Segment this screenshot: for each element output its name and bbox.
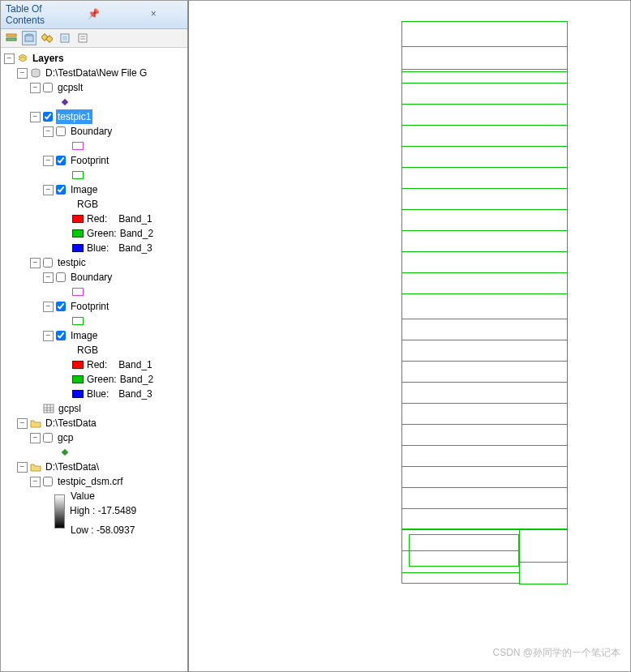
expand-icon[interactable]: −: [43, 302, 54, 312]
band3: Band_3: [118, 241, 152, 255]
green-swatch: [72, 229, 84, 238]
boundary-symbol: [72, 288, 84, 296]
band1: Band_1: [118, 357, 152, 372]
layers-icon: [17, 53, 28, 64]
image-label[interactable]: Image: [69, 182, 99, 197]
expand-icon[interactable]: −: [17, 418, 28, 429]
layer-checkbox[interactable]: [43, 258, 53, 268]
layer-checkbox[interactable]: [56, 302, 66, 311]
layer-checkbox[interactable]: [56, 331, 66, 340]
layer-checkbox[interactable]: [43, 433, 53, 443]
green-label: Green:: [87, 226, 117, 241]
datasource-1[interactable]: D:\TestData\New File G: [44, 66, 148, 80]
stretch-ramp: [54, 494, 65, 529]
list-by-selection-button[interactable]: [58, 31, 72, 45]
low-label: Low : -58.0937: [71, 523, 135, 537]
footprint-symbol: [72, 317, 84, 325]
layer-checkbox[interactable]: [43, 83, 53, 92]
svg-rect-3: [25, 36, 33, 41]
expand-icon[interactable]: −: [30, 83, 41, 93]
red-swatch: [72, 215, 84, 223]
point-symbol: [62, 449, 68, 456]
toc-toolbar: [1, 29, 187, 48]
expand-icon[interactable]: −: [4, 54, 15, 64]
svg-rect-12: [44, 404, 54, 413]
expand-icon[interactable]: −: [30, 433, 41, 443]
list-by-drawing-order-button[interactable]: [4, 31, 19, 45]
rgb-label: RGB: [75, 197, 100, 212]
layer-gcp[interactable]: gcp: [56, 430, 75, 445]
band1: Band_1: [118, 212, 152, 226]
list-by-source-button[interactable]: [22, 31, 36, 45]
red-swatch: [72, 361, 84, 369]
blue-label: Blue:: [87, 241, 109, 255]
red-label: Red:: [87, 212, 107, 226]
options-button[interactable]: [75, 31, 90, 45]
layer-dsm[interactable]: testpic_dsm.crf: [56, 474, 125, 489]
point-symbol: [62, 99, 68, 105]
boundary-symbol: [72, 142, 84, 150]
map-view[interactable]: CSDN @孙同学的一个笔记本: [189, 1, 630, 671]
svg-rect-1: [6, 38, 16, 41]
footprint-label[interactable]: Footprint: [69, 299, 110, 314]
datasource-2[interactable]: D:\TestData: [44, 416, 98, 430]
red-label: Red:: [87, 357, 107, 372]
toc-panel: Table Of Contents 📌 × −Layers −D:\TestDa…: [1, 1, 189, 671]
table-gcpsl[interactable]: gcpsl: [57, 401, 83, 416]
green-swatch: [72, 375, 84, 383]
footprint-tiles: [401, 22, 568, 584]
datasource-3[interactable]: D:\TestData\: [44, 460, 101, 474]
high-label: High : -17.5489: [70, 503, 136, 518]
blue-swatch: [72, 244, 84, 252]
pin-icon[interactable]: 📌: [65, 9, 122, 20]
layer-gcpslt[interactable]: gcpslt: [56, 80, 84, 95]
expand-icon[interactable]: −: [17, 68, 28, 79]
boundary-label[interactable]: Boundary: [69, 270, 114, 285]
green-label: Green:: [87, 372, 117, 387]
expand-icon[interactable]: −: [43, 331, 54, 341]
watermark: CSDN @孙同学的一个笔记本: [492, 646, 620, 660]
image-label[interactable]: Image: [69, 328, 99, 343]
expand-icon[interactable]: −: [43, 185, 54, 195]
layer-checkbox[interactable]: [56, 126, 66, 136]
layers-root[interactable]: Layers: [31, 51, 66, 66]
svg-rect-8: [79, 34, 87, 42]
footprint-label[interactable]: Footprint: [69, 153, 110, 168]
band2: Band_2: [120, 372, 153, 387]
svg-rect-0: [6, 34, 16, 36]
list-by-visibility-button[interactable]: [40, 31, 54, 45]
close-icon[interactable]: ×: [125, 9, 182, 20]
layer-checkbox[interactable]: [56, 185, 66, 195]
boundary-label[interactable]: Boundary: [69, 124, 114, 139]
band2: Band_2: [120, 226, 153, 241]
geodatabase-icon: [30, 67, 41, 79]
svg-rect-7: [62, 36, 67, 41]
layer-tree[interactable]: −Layers −D:\TestData\New File G −gcpslt …: [1, 48, 187, 671]
folder-icon: [30, 417, 41, 429]
expand-icon[interactable]: −: [43, 156, 54, 166]
layer-testpic[interactable]: testpic: [56, 255, 88, 270]
band3: Band_3: [118, 387, 152, 401]
layer-testpic1[interactable]: testpic1: [56, 109, 92, 124]
layer-checkbox[interactable]: [43, 112, 53, 122]
rgb-label: RGB: [75, 343, 100, 357]
expand-icon[interactable]: −: [43, 126, 54, 137]
layer-checkbox[interactable]: [56, 272, 66, 282]
expand-icon[interactable]: −: [30, 112, 41, 122]
panel-title: Table Of Contents: [6, 3, 63, 26]
layer-checkbox[interactable]: [43, 477, 53, 486]
expand-icon[interactable]: −: [30, 477, 41, 487]
expand-icon[interactable]: −: [17, 462, 28, 473]
panel-header[interactable]: Table Of Contents 📌 ×: [1, 1, 187, 29]
expand-icon[interactable]: −: [43, 272, 54, 283]
table-icon: [43, 403, 54, 414]
value-label: Value: [69, 489, 97, 503]
layer-checkbox[interactable]: [56, 156, 66, 165]
blue-label: Blue:: [87, 387, 109, 401]
blue-swatch: [72, 390, 84, 398]
footprint-symbol: [72, 171, 84, 179]
expand-icon[interactable]: −: [30, 258, 41, 268]
folder-icon: [30, 461, 41, 473]
